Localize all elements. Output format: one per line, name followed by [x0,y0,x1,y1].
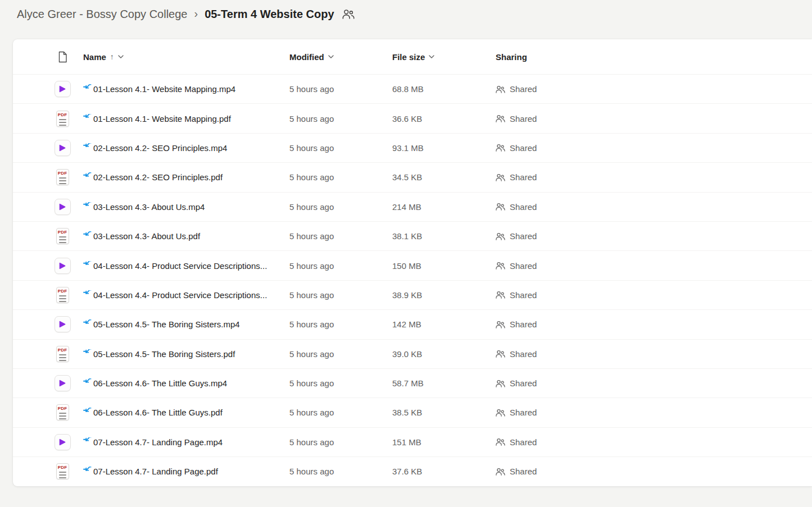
modified-value: 5 hours ago [289,408,334,417]
sharing-cell[interactable]: Shared [496,143,812,153]
file-name-cell: 04-Lesson 4.4- Product Service Descripti… [77,261,289,271]
file-row[interactable]: PDF 06-Lesson 4.6- The Little Guys.mp4 5… [13,368,812,398]
file-type-cell: PDF [48,199,77,215]
file-row[interactable]: PDF 04-Lesson 4.4- Product Service Descr… [13,280,812,309]
column-header-name[interactable]: Name ↑ [77,52,289,62]
modified-value: 5 hours ago [289,114,334,124]
file-name[interactable]: 07-Lesson 4.7- Landing Page.mp4 [93,437,223,447]
modified-value: 5 hours ago [289,467,334,476]
column-header-file-size[interactable]: File size [392,52,496,62]
sharing-label: Shared [510,349,537,359]
file-size-value: 150 MB [392,261,421,271]
file-size-value: 214 MB [392,202,421,212]
file-name[interactable]: 04-Lesson 4.4- Product Service Descripti… [93,261,267,271]
sharing-cell[interactable]: Shared [496,114,812,124]
file-row[interactable]: PDF 07-Lesson 4.7- Landing Page.mp4 5 ho… [13,427,812,456]
sharing-cell[interactable]: Shared [496,349,812,359]
file-type-cell: PDF [48,375,77,391]
shared-people-icon [496,438,505,446]
file-row[interactable]: PDF 07-Lesson 4.7- Landing Page.pdf 5 ho… [13,456,812,486]
modified-cell: 5 hours ago [289,84,392,94]
sharing-cell[interactable]: Shared [496,408,812,417]
sharing-label: Shared [510,231,537,241]
sharing-cell[interactable]: Shared [496,437,812,447]
sharing-cell[interactable]: Shared [496,84,812,94]
sharing-cell[interactable]: Shared [496,202,812,212]
file-name[interactable]: 01-Lesson 4.1- Website Mapping.pdf [93,114,231,124]
file-row[interactable]: PDF 02-Lesson 4.2- SEO Principles.pdf 5 … [13,162,812,191]
file-name[interactable]: 06-Lesson 4.6- The Little Guys.pdf [93,408,223,417]
file-row[interactable]: PDF 03-Lesson 4.3- About Us.mp4 5 hours … [13,192,812,221]
column-header-modified[interactable]: Modified [289,52,392,62]
column-label-modified: Modified [289,52,324,62]
folder-shared-people-icon[interactable] [342,9,355,19]
pdf-file-icon: PDF [56,169,69,185]
column-header-sharing[interactable]: Sharing [496,52,812,62]
new-item-badge-icon [83,143,93,149]
file-name[interactable]: 05-Lesson 4.5- The Boring Sisters.pdf [93,349,235,359]
file-type-cell: PDF [48,111,77,127]
file-row[interactable]: PDF 03-Lesson 4.3- About Us.pdf 5 hours … [13,221,812,250]
sharing-cell[interactable]: Shared [496,319,812,329]
file-size-cell: 37.6 KB [392,467,496,476]
file-size-value: 39.0 KB [392,349,422,359]
sharing-label: Shared [510,172,537,182]
shared-people-icon [496,203,505,211]
file-name-cell: 07-Lesson 4.7- Landing Page.mp4 [77,437,289,447]
file-name[interactable]: 01-Lesson 4.1- Website Mapping.mp4 [93,84,235,94]
file-row[interactable]: PDF 06-Lesson 4.6- The Little Guys.pdf 5… [13,398,812,427]
shared-people-icon [496,85,505,93]
file-row[interactable]: PDF 02-Lesson 4.2- SEO Principles.mp4 5 … [13,133,812,162]
file-size-value: 37.6 KB [392,467,422,476]
sharing-cell[interactable]: Shared [496,290,812,300]
file-row[interactable]: PDF 04-Lesson 4.4- Product Service Descr… [13,250,812,280]
file-name[interactable]: 07-Lesson 4.7- Landing Page.pdf [93,467,218,476]
list-header: Name ↑ Modified File size Sharing [13,39,812,74]
modified-cell: 5 hours ago [289,437,392,447]
shared-people-icon [496,321,505,328]
shared-people-icon [496,115,505,122]
file-row[interactable]: PDF 01-Lesson 4.1- Website Mapping.pdf 5… [13,103,812,133]
file-size-value: 151 MB [392,437,421,447]
file-size-cell: 58.7 MB [392,378,496,388]
sharing-cell[interactable]: Shared [496,231,812,241]
video-play-icon [55,375,71,391]
sharing-label: Shared [510,467,537,476]
file-name[interactable]: 03-Lesson 4.3- About Us.pdf [93,231,200,241]
file-name-cell: 06-Lesson 4.6- The Little Guys.mp4 [77,378,289,388]
new-item-badge-icon [83,172,93,179]
file-name[interactable]: 03-Lesson 4.3- About Us.mp4 [93,202,205,212]
new-item-badge-icon [83,437,93,444]
new-item-badge-icon [83,202,93,208]
file-size-cell: 68.8 MB [392,84,496,94]
file-name[interactable]: 02-Lesson 4.2- SEO Principles.mp4 [93,143,227,153]
file-name[interactable]: 06-Lesson 4.6- The Little Guys.mp4 [93,378,227,388]
modified-cell: 5 hours ago [289,143,392,153]
modified-value: 5 hours ago [289,349,334,359]
file-name[interactable]: 04-Lesson 4.4- Product Service Descripti… [93,290,267,300]
file-row[interactable]: PDF 01-Lesson 4.1- Website Mapping.mp4 5… [13,74,812,103]
chevron-down-icon [328,55,334,58]
breadcrumb-parent-link[interactable]: Alyce Greer - Bossy Copy College [17,6,187,22]
file-row[interactable]: PDF 05-Lesson 4.5- The Boring Sisters.pd… [13,339,812,368]
new-item-badge-icon [83,408,93,414]
column-file-type[interactable] [48,51,77,63]
shared-people-icon [496,468,505,476]
sharing-cell[interactable]: Shared [496,467,812,476]
video-play-icon [55,434,71,450]
new-item-badge-icon [83,261,93,267]
file-row[interactable]: PDF 05-Lesson 4.5- The Boring Sisters.mp… [13,309,812,339]
sharing-cell[interactable]: Shared [496,261,812,271]
file-size-value: 34.5 KB [392,172,422,182]
file-name-cell: 07-Lesson 4.7- Landing Page.pdf [77,467,289,476]
file-name[interactable]: 02-Lesson 4.2- SEO Principles.pdf [93,172,223,182]
sharing-cell[interactable]: Shared [496,378,812,388]
file-name-cell: 01-Lesson 4.1- Website Mapping.pdf [77,114,289,124]
file-size-cell: 38.1 KB [392,231,496,241]
file-name[interactable]: 05-Lesson 4.5- The Boring Sisters.mp4 [93,319,240,329]
modified-cell: 5 hours ago [289,172,392,182]
sharing-cell[interactable]: Shared [496,172,812,182]
sharing-label: Shared [510,319,537,329]
column-label-sharing: Sharing [496,52,527,62]
shared-people-icon [496,409,505,417]
